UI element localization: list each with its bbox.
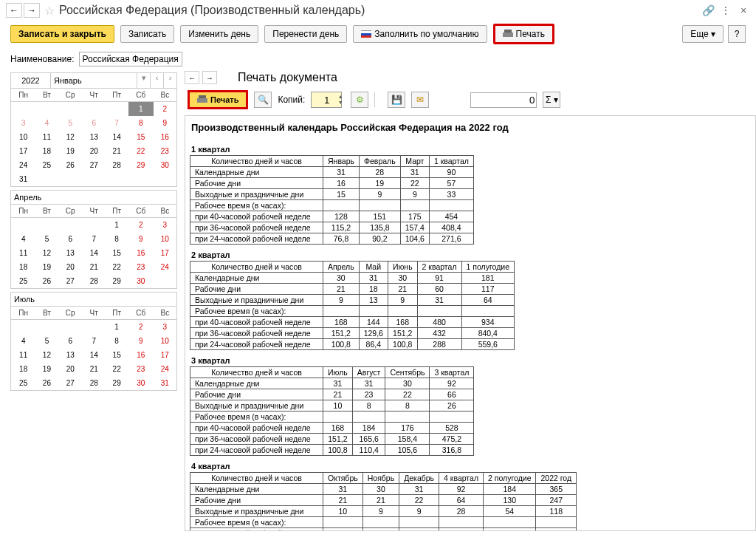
calendar-july: ПнВтСрЧтПтСбВс 123 45678910 111213141516…	[10, 307, 177, 391]
save-close-button[interactable]: Записать и закрыть	[10, 25, 114, 43]
print-button[interactable]: Печать	[493, 24, 554, 44]
page-title: Российская Федерация (Производственный к…	[59, 4, 701, 17]
move-day-button[interactable]: Перенести день	[264, 25, 347, 43]
link-icon[interactable]: 🔗	[701, 4, 715, 17]
month-header-april: Апрель	[10, 190, 177, 205]
sum-button[interactable]: Σ ▾	[543, 92, 560, 108]
close-icon[interactable]: ×	[737, 4, 750, 17]
sum-value[interactable]	[470, 92, 537, 108]
favorite-star-icon[interactable]: ☆	[44, 4, 55, 18]
fill-default-button[interactable]: Заполнить по умолчанию	[353, 25, 487, 43]
copies-up[interactable]: ▲	[336, 94, 345, 100]
back-button[interactable]: ←	[6, 3, 22, 18]
settings-button[interactable]: ⚙	[351, 92, 368, 108]
q1-title: 1 квартал	[191, 145, 754, 154]
document-content: Производственный календарь Российская Фе…	[185, 115, 756, 531]
table-q2: Количество дней и часовАпрельМайИюнь2 кв…	[190, 261, 515, 350]
table-q1: Количество дней и часовЯнварьФевральМарт…	[190, 155, 474, 245]
calendar-april: ПнВтСрЧтПтСбВс 123 45678910 111213141516…	[10, 205, 177, 289]
month-next-button[interactable]: ›	[163, 73, 176, 88]
sub-forward-button[interactable]: →	[202, 71, 217, 84]
save-button[interactable]: Записать	[120, 25, 174, 43]
printer-icon-2	[197, 95, 207, 104]
flag-ru-icon	[361, 30, 371, 38]
q4-title: 4 квартал	[191, 462, 754, 471]
help-button[interactable]: ?	[728, 25, 746, 43]
q2-title: 2 квартал	[191, 250, 754, 259]
more-button[interactable]: Еще ▾	[682, 25, 724, 43]
month-prev-button[interactable]: ‹	[150, 73, 163, 88]
send-mail-button[interactable]: ✉	[411, 92, 429, 108]
name-input[interactable]	[79, 52, 182, 66]
sub-back-button[interactable]: ←	[185, 71, 199, 84]
save-doc-button[interactable]: 💾	[388, 92, 405, 108]
name-label: Наименование:	[10, 54, 75, 64]
table-q4: Количество дней и часовОктябрьНоябрьДека…	[190, 472, 577, 531]
print-doc-button[interactable]: Печать	[188, 90, 248, 109]
print-label: Печать	[516, 29, 545, 39]
year-down-button[interactable]: ▾	[137, 73, 150, 88]
doc-heading: Производственный календарь Российская Фе…	[187, 116, 754, 139]
more-vertical-icon[interactable]: ⋮	[719, 4, 732, 17]
fill-default-label: Заполнить по умолчанию	[374, 29, 478, 39]
printer-icon	[503, 30, 513, 38]
copies-label: Копий:	[278, 95, 305, 105]
preview-button[interactable]: 🔍	[254, 92, 272, 108]
month-cell[interactable]: Январь	[51, 73, 137, 88]
q3-title: 3 квартал	[191, 356, 754, 365]
calendar-january: ПнВтСрЧтПтСбВс 12 3456789 10111213141516…	[10, 89, 177, 187]
forward-button[interactable]: →	[24, 3, 40, 18]
change-day-button[interactable]: Изменить день	[180, 25, 258, 43]
month-header-july: Июль	[10, 292, 177, 307]
copies-down[interactable]: ▼	[336, 100, 345, 106]
year-cell[interactable]: 2022	[11, 73, 51, 88]
doc-title: Печать документа	[238, 71, 337, 84]
table-q3: Количество дней и часовИюльАвгустСентябр…	[190, 366, 474, 456]
print-doc-label: Печать	[210, 95, 238, 104]
